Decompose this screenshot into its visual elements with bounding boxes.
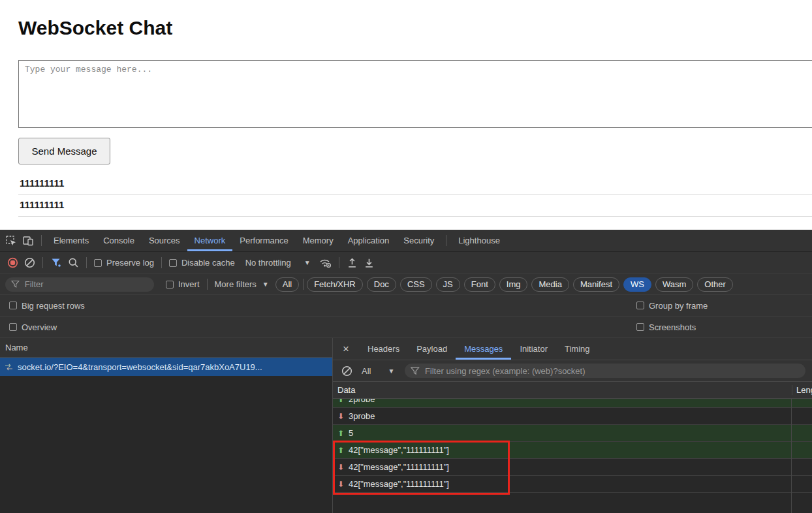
tab-timing[interactable]: Timing — [556, 338, 599, 360]
filter-chip-wasm[interactable]: Wasm — [655, 277, 693, 292]
filter-chip-other[interactable]: Other — [697, 277, 733, 292]
import-har-icon[interactable] — [344, 255, 361, 271]
funnel-icon — [11, 280, 20, 288]
regex-filter-pill — [405, 364, 805, 378]
request-list-panel: Name socket.io/?EIO=4&transport=websocke… — [0, 338, 333, 513]
separator — [339, 257, 339, 268]
separator — [161, 257, 162, 268]
ws-frame-row[interactable]: ⬆ 42["message","111111111"] — [333, 442, 812, 459]
tab-lighthouse[interactable]: Lighthouse — [451, 230, 507, 251]
frame-data: 5 — [349, 428, 353, 438]
filter-input-pill — [5, 277, 154, 292]
filter-chip-css[interactable]: CSS — [400, 277, 432, 292]
invert-checkbox[interactable]: Invert — [166, 279, 200, 289]
preserve-log-checkbox[interactable]: Preserve log — [94, 258, 154, 268]
frames-table-header: Data Length — [333, 382, 812, 399]
export-har-icon[interactable] — [361, 255, 378, 271]
filter-chip-manifest[interactable]: Manifest — [573, 277, 619, 292]
regex-filter-input[interactable] — [424, 365, 800, 377]
separator — [303, 279, 304, 290]
frame-data: 42["message","111111111"] — [349, 462, 449, 472]
record-network-log-icon[interactable] — [4, 255, 21, 271]
chat-message: 111111111 — [18, 174, 812, 195]
clear-network-log-icon[interactable] — [21, 255, 38, 271]
separator — [207, 279, 208, 290]
name-column-header[interactable]: Name — [0, 338, 332, 358]
filter-chip-all[interactable]: All — [275, 277, 299, 292]
send-message-button[interactable]: Send Message — [18, 138, 110, 164]
checkbox-icon — [166, 281, 174, 288]
clear-messages-icon[interactable] — [338, 363, 355, 379]
checkbox-icon — [94, 259, 102, 267]
separator — [41, 235, 42, 246]
chevron-down-icon: ▼ — [304, 259, 311, 266]
ws-frame-row[interactable]: ⬇ 3probe — [333, 408, 812, 425]
separator — [446, 235, 446, 246]
filter-chip-img[interactable]: Img — [499, 277, 528, 292]
request-url: socket.io/?EIO=4&transport=websocket&sid… — [18, 362, 262, 372]
search-icon[interactable] — [65, 255, 82, 271]
ws-frame-row[interactable]: ⬆ 5 — [333, 425, 812, 442]
device-toolbar-icon[interactable] — [20, 233, 37, 249]
request-details-panel: × Headers Payload Messages Initiator Tim… — [333, 338, 812, 513]
tab-console[interactable]: Console — [96, 230, 142, 251]
ws-frame-row[interactable]: ⬆ 2probe — [333, 399, 812, 408]
frame-data: 42["message","111111111"] — [349, 479, 449, 489]
tab-initiator[interactable]: Initiator — [511, 338, 556, 360]
detail-tabbar: × Headers Payload Messages Initiator Tim… — [333, 338, 812, 360]
tab-security[interactable]: Security — [396, 230, 441, 251]
filter-toggle-icon[interactable] — [48, 255, 65, 271]
message-input[interactable] — [18, 60, 812, 128]
tab-messages[interactable]: Messages — [456, 338, 511, 360]
tab-payload[interactable]: Payload — [408, 338, 456, 360]
funnel-icon — [411, 367, 420, 375]
disable-cache-checkbox[interactable]: Disable cache — [169, 258, 235, 268]
checkbox-icon — [169, 259, 177, 267]
length-column-header[interactable]: Length — [792, 385, 812, 395]
tab-network[interactable]: Network — [187, 230, 233, 251]
inspect-element-icon[interactable] — [3, 233, 20, 249]
close-icon[interactable]: × — [333, 343, 359, 356]
tab-headers[interactable]: Headers — [359, 338, 408, 360]
received-arrow-icon: ⬇ — [337, 412, 344, 421]
tab-application[interactable]: Application — [341, 230, 397, 251]
separator — [42, 257, 43, 268]
received-arrow-icon: ⬇ — [337, 463, 344, 472]
chevron-down-icon: ▼ — [388, 367, 394, 375]
chat-message-list: 111111111 111111111 — [0, 174, 812, 217]
filter-chip-media[interactable]: Media — [531, 277, 569, 292]
network-filter-input[interactable] — [23, 279, 148, 290]
network-conditions-icon[interactable] — [317, 255, 334, 271]
message-type-dropdown[interactable]: All ▼ — [362, 366, 394, 376]
ws-frame-row[interactable]: ⬇ 42["message","111111111"] — [333, 476, 812, 493]
network-options-row-1: Big request rows Group by frame — [0, 295, 812, 317]
filter-chip-doc[interactable]: Doc — [367, 277, 396, 292]
data-column-header[interactable]: Data — [333, 385, 792, 395]
chevron-down-icon: ▼ — [262, 281, 269, 288]
chat-page: WebSocket Chat Send Message 111111111 11… — [0, 0, 812, 230]
more-filters-dropdown[interactable]: More filters ▼ — [215, 279, 269, 289]
received-arrow-icon: ⬇ — [337, 480, 344, 489]
tab-memory[interactable]: Memory — [296, 230, 341, 251]
throttling-dropdown[interactable]: No throttling ▼ — [245, 258, 311, 268]
request-row-selected[interactable]: socket.io/?EIO=4&transport=websocket&sid… — [0, 358, 332, 376]
tab-elements[interactable]: Elements — [46, 230, 96, 251]
big-request-rows-checkbox[interactable]: Big request rows — [9, 301, 85, 311]
overview-checkbox[interactable]: Overview — [9, 322, 57, 332]
filter-chip-ws[interactable]: WS — [623, 277, 651, 292]
tab-sources[interactable]: Sources — [142, 230, 187, 251]
ws-frame-row[interactable]: ⬇ 42["message","111111111"] — [333, 459, 812, 476]
screenshots-checkbox[interactable]: Screenshots — [636, 322, 696, 332]
tab-performance[interactable]: Performance — [232, 230, 295, 251]
devtools-tabbar: Elements Console Sources Network Perform… — [0, 230, 812, 252]
filter-chip-js[interactable]: JS — [436, 277, 460, 292]
group-by-frame-checkbox[interactable]: Group by frame — [636, 301, 708, 311]
network-filter-bar: Invert More filters ▼ All Fetch/XHR Doc … — [0, 274, 812, 295]
websocket-request-icon — [5, 364, 13, 371]
filter-chip-font[interactable]: Font — [464, 277, 495, 292]
filter-chip-fetch-xhr[interactable]: Fetch/XHR — [307, 277, 363, 292]
sent-arrow-icon: ⬆ — [337, 399, 344, 404]
checkbox-icon — [636, 323, 644, 331]
frames-list: ⬆ 2probe ⬇ 3probe ⬆ 5 ⬆ 42["message","11… — [333, 399, 812, 513]
checkbox-icon — [636, 302, 644, 309]
